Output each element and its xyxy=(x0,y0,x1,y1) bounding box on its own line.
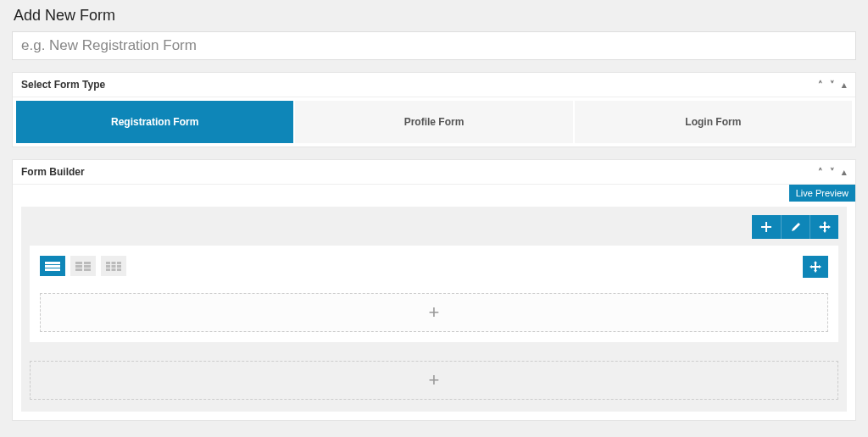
svg-rect-8 xyxy=(84,265,91,268)
columns-1-icon xyxy=(45,261,60,271)
svg-rect-4 xyxy=(45,268,60,271)
form-type-login[interactable]: Login Form xyxy=(575,101,852,143)
svg-rect-1 xyxy=(761,226,771,228)
svg-rect-17 xyxy=(106,268,110,271)
field-dropzone[interactable]: + xyxy=(40,293,828,332)
form-builder-panel-title: Form Builder xyxy=(21,166,85,178)
builder-row: + xyxy=(30,246,838,342)
svg-rect-13 xyxy=(117,262,121,264)
form-builder-panel: Form Builder ˄ ˅ ▴ Live Preview xyxy=(12,159,856,421)
panel-up-icon[interactable]: ˄ xyxy=(818,80,823,90)
form-type-panel-title: Select Form Type xyxy=(21,79,105,91)
move-icon xyxy=(810,261,821,273)
svg-rect-15 xyxy=(112,265,116,268)
svg-rect-9 xyxy=(75,268,82,271)
form-name-input[interactable] xyxy=(12,31,856,60)
move-icon xyxy=(819,221,831,233)
panel-collapse-icon[interactable]: ▴ xyxy=(842,80,847,90)
row-move-button[interactable] xyxy=(810,215,838,239)
svg-rect-3 xyxy=(45,265,60,268)
panel-down-icon[interactable]: ˅ xyxy=(830,168,835,177)
columns-1-button[interactable] xyxy=(40,256,65,276)
row-edit-button[interactable] xyxy=(781,215,810,239)
columns-3-icon xyxy=(106,261,121,271)
svg-rect-18 xyxy=(112,268,116,271)
svg-rect-2 xyxy=(45,262,60,264)
columns-3-button[interactable] xyxy=(101,256,126,276)
svg-rect-11 xyxy=(106,262,110,264)
plus-icon xyxy=(760,221,772,233)
svg-rect-5 xyxy=(75,262,82,264)
live-preview-button[interactable]: Live Preview xyxy=(789,185,855,202)
svg-rect-6 xyxy=(84,262,91,264)
panel-down-icon[interactable]: ˅ xyxy=(830,80,835,90)
column-layout-picker xyxy=(40,256,126,276)
form-type-registration[interactable]: Registration Form xyxy=(16,101,293,143)
panel-up-icon[interactable]: ˄ xyxy=(818,168,823,177)
column-move-button[interactable] xyxy=(803,256,828,278)
row-add-button[interactable] xyxy=(752,215,781,239)
svg-rect-7 xyxy=(75,265,82,268)
columns-2-icon xyxy=(75,261,91,271)
form-type-panel: Select Form Type ˄ ˅ ▴ Registration Form… xyxy=(12,72,856,147)
add-row-dropzone[interactable]: + xyxy=(30,361,838,400)
svg-rect-10 xyxy=(84,268,91,271)
page-title: Add New Form xyxy=(12,7,856,25)
panel-collapse-icon[interactable]: ▴ xyxy=(842,168,847,177)
svg-rect-16 xyxy=(117,265,121,268)
svg-rect-14 xyxy=(106,265,110,268)
columns-2-button[interactable] xyxy=(70,256,96,276)
builder-stage: + + xyxy=(21,207,847,412)
pencil-icon xyxy=(790,221,802,233)
svg-rect-19 xyxy=(117,268,121,271)
form-type-profile[interactable]: Profile Form xyxy=(295,101,572,143)
svg-rect-12 xyxy=(112,262,116,264)
